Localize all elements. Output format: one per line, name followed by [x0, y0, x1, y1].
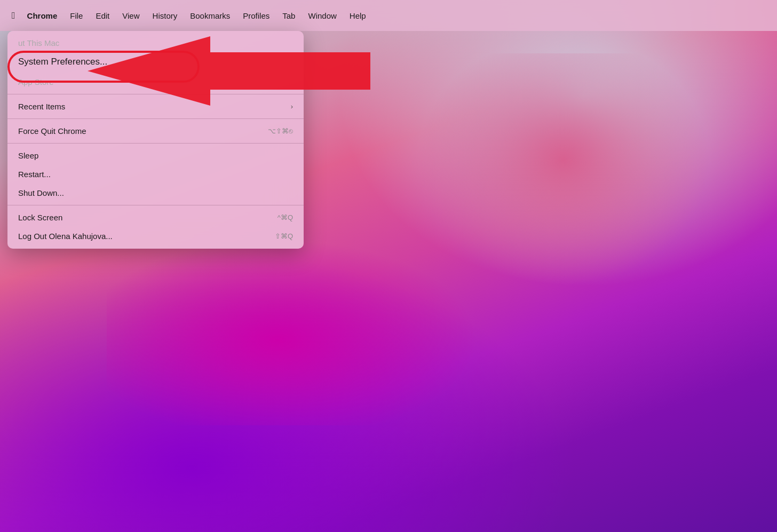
menubar-window[interactable]: Window — [302, 9, 343, 22]
menu-item-recent-items[interactable]: Recent Items › — [7, 97, 304, 116]
menubar-chrome[interactable]: Chrome — [21, 9, 64, 22]
menu-item-shut-down[interactable]: Shut Down... — [7, 184, 304, 202]
separator-2 — [7, 118, 304, 119]
apple-dropdown-menu: ut This Mac System Preferences... App St… — [7, 31, 304, 249]
menubar:  Chrome File Edit View History Bookmark… — [0, 0, 777, 31]
log-out-shortcut: ⇧⌘Q — [275, 232, 293, 240]
menu-item-sleep[interactable]: Sleep — [7, 146, 304, 165]
menubar-bookmarks[interactable]: Bookmarks — [184, 9, 236, 22]
menu-item-system-preferences[interactable]: System Preferences... — [7, 51, 304, 73]
recent-items-arrow-icon: › — [291, 102, 293, 110]
lock-screen-shortcut: ^⌘Q — [278, 213, 293, 221]
menu-item-lock-screen[interactable]: Lock Screen ^⌘Q — [7, 208, 304, 227]
force-quit-shortcut: ⌥⇧⌘⎋ — [268, 127, 293, 135]
menubar-history[interactable]: History — [146, 9, 184, 22]
separator-4 — [7, 205, 304, 205]
menubar-view[interactable]: View — [116, 9, 146, 22]
menu-item-log-out[interactable]: Log Out Olena Kahujova... ⇧⌘Q — [7, 227, 304, 245]
menubar-profiles[interactable]: Profiles — [236, 9, 276, 22]
menu-item-force-quit[interactable]: Force Quit Chrome ⌥⇧⌘⎋ — [7, 122, 304, 140]
separator-1 — [7, 94, 304, 94]
menubar-help[interactable]: Help — [343, 9, 372, 22]
apple-menu-button[interactable]:  — [6, 8, 21, 23]
menubar-tab[interactable]: Tab — [276, 9, 302, 22]
apple-icon:  — [12, 10, 15, 21]
separator-3 — [7, 143, 304, 144]
menu-item-about-partial[interactable]: ut This Mac — [7, 34, 304, 51]
about-partial-text: ut This Mac — [18, 38, 59, 47]
menu-item-restart[interactable]: Restart... — [7, 165, 304, 184]
menubar-file[interactable]: File — [64, 9, 89, 22]
menu-item-app-store[interactable]: App Store — [7, 73, 304, 91]
menubar-edit[interactable]: Edit — [89, 9, 116, 22]
